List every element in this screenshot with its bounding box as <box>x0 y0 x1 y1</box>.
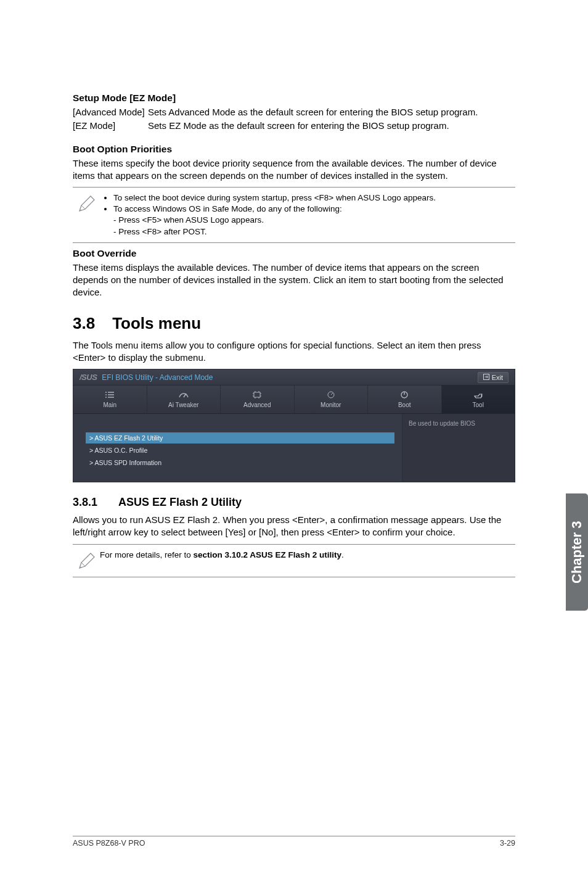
pencil-icon <box>73 192 100 215</box>
bios-help-pane: Be used to update BIOS <box>402 414 515 482</box>
note-block: For more details, refer to section 3.10.… <box>73 544 515 577</box>
section-heading-tools: 3.8 Tools menu <box>73 314 515 333</box>
note-bullet: To access Windows OS in Safe Mode, do an… <box>113 204 515 215</box>
tab-label: Boot <box>368 402 441 408</box>
bios-menu-list: > ASUS EZ Flash 2 Utility > ASUS O.C. Pr… <box>73 414 402 482</box>
exit-label: Exit <box>492 374 503 381</box>
tab-label: Ai Tweaker <box>147 402 221 408</box>
tab-label: Tool <box>442 402 515 408</box>
bios-item-label: ASUS EZ Flash 2 Utility <box>94 434 163 442</box>
section-title: Tools menu <box>112 314 201 333</box>
bios-menu-item-ocprofile[interactable]: > ASUS O.C. Profile <box>86 445 394 456</box>
tab-ai-tweaker[interactable]: Ai Tweaker <box>147 386 221 413</box>
def-row: [EZ Mode] Sets EZ Mode as the default sc… <box>73 120 515 132</box>
chapter-side-tab: Chapter 3 <box>566 493 588 611</box>
para-ezflash: Allows you to run ASUS EZ Flash 2. When … <box>73 514 515 539</box>
note2-suffix: . <box>341 550 344 559</box>
para-tools: The Tools menu items allow you to config… <box>73 339 515 365</box>
section-number: 3.8 <box>73 314 95 333</box>
note-bullet: To select the boot device during system … <box>113 192 515 204</box>
tab-advanced[interactable]: Advanced <box>221 386 295 413</box>
subsection-number: 3.8.1 <box>73 496 97 509</box>
chip-icon <box>221 389 294 400</box>
note2-prefix: For more details, refer to <box>100 550 194 559</box>
def-def: Sets EZ Mode as the default screen for e… <box>148 120 515 132</box>
power-icon <box>368 389 441 400</box>
note2-bold: section 3.10.2 ASUS EZ Flash 2 utility <box>194 550 341 559</box>
note-subline: - Press <F8> after POST. <box>100 226 515 237</box>
def-term: [Advanced Mode] <box>73 106 148 118</box>
tab-tool[interactable]: Tool <box>442 386 515 413</box>
tab-monitor[interactable]: Monitor <box>295 386 369 413</box>
footer-right: 3-29 <box>500 839 515 848</box>
note-text: To select the boot device during system … <box>100 192 515 237</box>
bios-item-label: ASUS SPD Information <box>94 459 161 466</box>
def-term: [EZ Mode] <box>73 120 148 132</box>
bios-help-text: Be used to update BIOS <box>409 420 508 427</box>
bios-topbar: /SUS EFI BIOS Utility - Advanced Mode Ex… <box>73 369 515 386</box>
tab-label: Advanced <box>221 402 294 408</box>
pencil-icon <box>73 550 100 572</box>
note-block: To select the boot device during system … <box>73 187 515 243</box>
bios-title: /SUS EFI BIOS Utility - Advanced Mode <box>80 373 213 382</box>
monitor-icon <box>295 389 368 400</box>
tweaker-icon <box>147 389 221 400</box>
svg-rect-1 <box>254 392 260 397</box>
para-boot-override: These items displays the available devic… <box>73 262 515 299</box>
def-def: Sets Advanced Mode as the default screen… <box>148 106 515 118</box>
bios-item-label: ASUS O.C. Profile <box>94 447 147 454</box>
bios-body: > ASUS EZ Flash 2 Utility > ASUS O.C. Pr… <box>73 414 515 482</box>
para-boot-priorities: These items specify the boot device prio… <box>73 157 515 183</box>
tab-label: Main <box>73 402 147 408</box>
heading-boot-override: Boot Override <box>73 248 515 259</box>
footer-left: ASUS P8Z68-V PRO <box>73 839 145 848</box>
tool-icon <box>442 389 515 400</box>
note-text: For more details, refer to section 3.10.… <box>100 550 515 561</box>
heading-setup-mode: Setup Mode [EZ Mode] <box>73 93 515 104</box>
bios-screenshot: /SUS EFI BIOS Utility - Advanced Mode Ex… <box>73 369 515 482</box>
bios-title-text: EFI BIOS Utility - Advanced Mode <box>102 373 213 382</box>
bios-tabs: Main Ai Tweaker Advanced Monitor <box>73 386 515 414</box>
subsection-title: ASUS EZ Flash 2 Utility <box>118 496 242 509</box>
page-footer: ASUS P8Z68-V PRO 3-29 <box>73 836 515 848</box>
heading-boot-priorities: Boot Option Priorities <box>73 144 515 155</box>
subsection-heading-ezflash: 3.8.1 ASUS EZ Flash 2 Utility <box>73 496 515 509</box>
exit-icon <box>483 374 489 381</box>
note-subline: - Press <F5> when ASUS Logo appears. <box>100 215 515 226</box>
bios-menu-item-ezflash[interactable]: > ASUS EZ Flash 2 Utility <box>86 432 394 444</box>
tab-boot[interactable]: Boot <box>368 386 442 413</box>
asus-logo-icon: /SUS <box>80 373 97 382</box>
list-icon <box>73 389 147 400</box>
exit-button[interactable]: Exit <box>478 372 508 383</box>
tab-main[interactable]: Main <box>73 386 147 413</box>
page-content: Setup Mode [EZ Mode] [Advanced Mode] Set… <box>0 0 588 577</box>
tab-label: Monitor <box>295 402 368 408</box>
bios-menu-item-spdinfo[interactable]: > ASUS SPD Information <box>86 457 394 468</box>
def-row: [Advanced Mode] Sets Advanced Mode as th… <box>73 106 515 118</box>
